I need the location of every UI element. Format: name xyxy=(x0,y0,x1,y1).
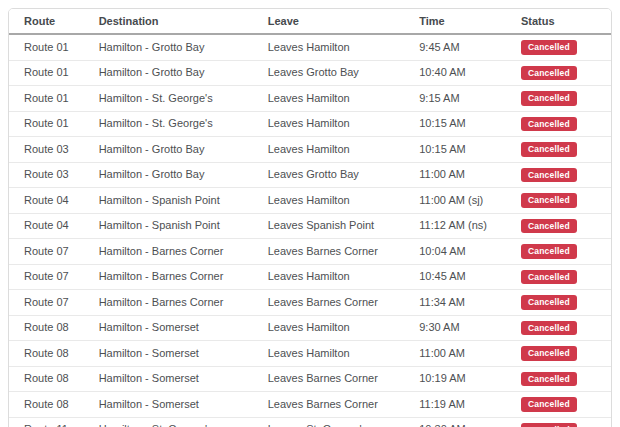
time-cell: 10:45 AM xyxy=(404,264,506,290)
leave-cell: Leaves Hamilton xyxy=(253,188,405,214)
time-cell: 11:19 AM xyxy=(404,392,506,418)
route-cell: Route 11 xyxy=(9,417,84,427)
table-row: Route 01 Hamilton - St. George's Leaves … xyxy=(9,86,611,112)
time-cell: 11:34 AM xyxy=(404,290,506,316)
destination-cell: Hamilton - St. George's xyxy=(84,417,253,427)
table-row: Route 01 Hamilton - Grotto Bay Leaves Gr… xyxy=(9,60,611,86)
leave-cell: Leaves Hamilton xyxy=(253,315,405,341)
leave-cell: Leaves Barnes Corner xyxy=(253,290,405,316)
time-cell: 11:00 AM xyxy=(404,341,506,367)
status-badge: Cancelled xyxy=(521,142,577,157)
status-cell: Cancelled xyxy=(506,137,611,163)
destination-cell: Hamilton - Spanish Point xyxy=(84,213,253,239)
table-row: Route 11 Hamilton - St. George's Leaves … xyxy=(9,417,611,427)
destination-cell: Hamilton - Somerset xyxy=(84,341,253,367)
destination-cell: Hamilton - Grotto Bay xyxy=(84,137,253,163)
route-cell: Route 03 xyxy=(9,137,84,163)
status-cell: Cancelled xyxy=(506,34,611,60)
leave-cell: Leaves Grotto Bay xyxy=(253,60,405,86)
destination-cell: Hamilton - Somerset xyxy=(84,392,253,418)
destination-cell: Hamilton - Spanish Point xyxy=(84,188,253,214)
leave-cell: Leaves St. George's xyxy=(253,417,405,427)
status-badge: Cancelled xyxy=(521,168,577,183)
route-cell: Route 08 xyxy=(9,366,84,392)
status-badge: Cancelled xyxy=(521,423,577,427)
destination-cell: Hamilton - St. George's xyxy=(84,111,253,137)
leave-cell: Leaves Hamilton xyxy=(253,341,405,367)
status-badge: Cancelled xyxy=(521,397,577,412)
route-cell: Route 01 xyxy=(9,34,84,60)
route-cell: Route 07 xyxy=(9,264,84,290)
time-cell: 10:04 AM xyxy=(404,239,506,265)
status-cell: Cancelled xyxy=(506,60,611,86)
leave-cell: Leaves Barnes Corner xyxy=(253,366,405,392)
status-badge: Cancelled xyxy=(521,244,577,259)
destination-cell: Hamilton - Barnes Corner xyxy=(84,264,253,290)
route-cell: Route 08 xyxy=(9,341,84,367)
time-cell: 10:15 AM xyxy=(404,111,506,137)
column-header-destination: Destination xyxy=(84,9,253,34)
status-cell: Cancelled xyxy=(506,417,611,427)
status-cell: Cancelled xyxy=(506,162,611,188)
schedule-table-panel: Route Destination Leave Time Status Rout… xyxy=(8,8,612,427)
destination-cell: Hamilton - Somerset xyxy=(84,366,253,392)
table-row: Route 08 Hamilton - Somerset Leaves Barn… xyxy=(9,366,611,392)
time-cell: 10:19 AM xyxy=(404,366,506,392)
table-row: Route 03 Hamilton - Grotto Bay Leaves Ha… xyxy=(9,137,611,163)
status-badge: Cancelled xyxy=(521,66,577,81)
status-cell: Cancelled xyxy=(506,111,611,137)
status-cell: Cancelled xyxy=(506,188,611,214)
destination-cell: Hamilton - Grotto Bay xyxy=(84,34,253,60)
route-cell: Route 03 xyxy=(9,162,84,188)
leave-cell: Leaves Hamilton xyxy=(253,86,405,112)
status-badge: Cancelled xyxy=(521,219,577,234)
status-cell: Cancelled xyxy=(506,366,611,392)
status-badge: Cancelled xyxy=(521,117,577,132)
status-badge: Cancelled xyxy=(521,193,577,208)
table-row: Route 01 Hamilton - St. George's Leaves … xyxy=(9,111,611,137)
status-badge: Cancelled xyxy=(521,372,577,387)
route-cell: Route 01 xyxy=(9,86,84,112)
status-cell: Cancelled xyxy=(506,86,611,112)
table-body: Route 01 Hamilton - Grotto Bay Leaves Ha… xyxy=(9,34,611,427)
route-cell: Route 07 xyxy=(9,290,84,316)
table-row: Route 04 Hamilton - Spanish Point Leaves… xyxy=(9,213,611,239)
status-cell: Cancelled xyxy=(506,315,611,341)
column-header-time: Time xyxy=(404,9,506,34)
status-badge: Cancelled xyxy=(521,270,577,285)
table-row: Route 08 Hamilton - Somerset Leaves Barn… xyxy=(9,392,611,418)
status-badge: Cancelled xyxy=(521,346,577,361)
route-cell: Route 04 xyxy=(9,213,84,239)
column-header-leave: Leave xyxy=(253,9,405,34)
status-cell: Cancelled xyxy=(506,239,611,265)
status-badge: Cancelled xyxy=(521,295,577,310)
leave-cell: Leaves Barnes Corner xyxy=(253,239,405,265)
time-cell: 9:15 AM xyxy=(404,86,506,112)
table-row: Route 04 Hamilton - Spanish Point Leaves… xyxy=(9,188,611,214)
table-row: Route 03 Hamilton - Grotto Bay Leaves Gr… xyxy=(9,162,611,188)
route-cell: Route 01 xyxy=(9,60,84,86)
status-cell: Cancelled xyxy=(506,341,611,367)
time-cell: 11:12 AM (ns) xyxy=(404,213,506,239)
leave-cell: Leaves Hamilton xyxy=(253,264,405,290)
time-cell: 11:00 AM xyxy=(404,162,506,188)
table-header: Route Destination Leave Time Status xyxy=(9,9,611,34)
leave-cell: Leaves Grotto Bay xyxy=(253,162,405,188)
destination-cell: Hamilton - Grotto Bay xyxy=(84,60,253,86)
destination-cell: Hamilton - Somerset xyxy=(84,315,253,341)
destination-cell: Hamilton - Barnes Corner xyxy=(84,239,253,265)
column-header-route: Route xyxy=(9,9,84,34)
time-cell: 10:40 AM xyxy=(404,60,506,86)
destination-cell: Hamilton - Grotto Bay xyxy=(84,162,253,188)
route-cell: Route 01 xyxy=(9,111,84,137)
leave-cell: Leaves Hamilton xyxy=(253,34,405,60)
column-header-status: Status xyxy=(506,9,611,34)
status-badge: Cancelled xyxy=(521,40,577,55)
table-row: Route 08 Hamilton - Somerset Leaves Hami… xyxy=(9,341,611,367)
status-cell: Cancelled xyxy=(506,213,611,239)
leave-cell: Leaves Barnes Corner xyxy=(253,392,405,418)
leave-cell: Leaves Hamilton xyxy=(253,137,405,163)
time-cell: 10:30 AM xyxy=(404,417,506,427)
leave-cell: Leaves Spanish Point xyxy=(253,213,405,239)
route-cell: Route 08 xyxy=(9,315,84,341)
